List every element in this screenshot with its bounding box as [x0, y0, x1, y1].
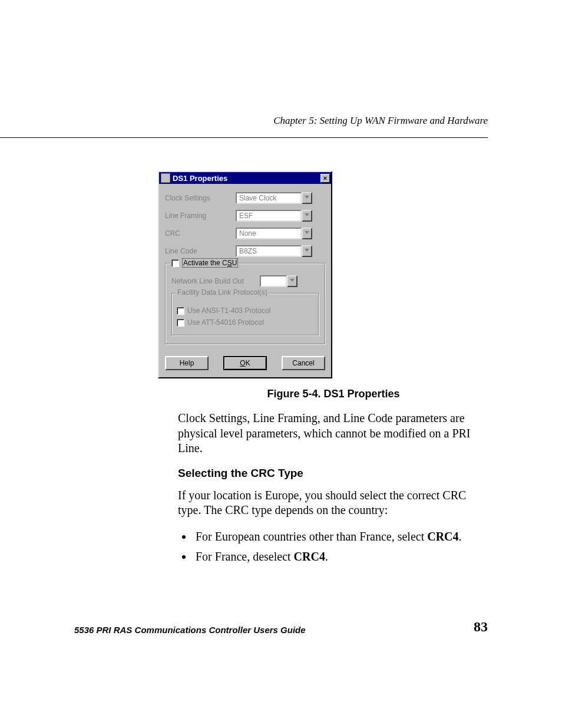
bullet-list: For European countries other than France…	[193, 529, 489, 565]
line-framing-value: ESF	[236, 210, 302, 222]
close-icon[interactable]: ×	[320, 174, 330, 183]
clock-settings-label: Clock Settings	[165, 194, 236, 202]
footer-guide: 5536 PRI RAS Communications Controller U…	[74, 625, 306, 635]
ansi-label: Use ANSI-T1-403 Protocol	[187, 307, 270, 315]
paragraph: Clock Settings, Line Framing, and Line C…	[178, 411, 489, 456]
list-item: For France, deselect CRC4.	[193, 549, 489, 564]
csu-group: Activate the CSU Network Line Build Out …	[165, 263, 325, 344]
app-icon	[161, 173, 170, 183]
line-framing-label: Line Framing	[165, 212, 236, 220]
checkbox-icon[interactable]	[171, 259, 179, 267]
cancel-button[interactable]: Cancel	[282, 356, 325, 370]
paragraph: If your location is Europe, you should s…	[178, 488, 489, 518]
clock-settings-value: Slave Clock	[236, 192, 302, 204]
nlbo-value	[260, 275, 287, 287]
chevron-down-icon[interactable]	[302, 245, 312, 257]
crc-label: CRC	[165, 229, 236, 238]
clock-settings-combo[interactable]: Slave Clock	[236, 192, 312, 204]
chevron-down-icon[interactable]	[302, 192, 312, 204]
help-button[interactable]: Help	[165, 356, 209, 370]
activate-csu-checkbox[interactable]: Activate the CSU	[170, 258, 239, 268]
ds1-properties-window: DS1 Properties × Clock Settings Slave Cl…	[158, 171, 332, 378]
page-number: 83	[474, 619, 488, 635]
line-code-combo[interactable]: B8ZS	[236, 245, 312, 257]
fdlp-legend: Facility Data Link Protocol(s)	[176, 288, 269, 297]
crc-value: None	[236, 228, 302, 239]
chevron-down-icon[interactable]	[287, 275, 297, 287]
line-code-value: B8ZS	[236, 245, 302, 257]
list-item: For European countries other than France…	[193, 529, 489, 544]
list-text: .	[325, 550, 328, 563]
figure-caption: Figure 5-4. DS1 Properties	[178, 388, 489, 400]
list-text: For European countries other than France…	[196, 530, 427, 543]
list-text: .	[459, 530, 462, 543]
section-heading: Selecting the CRC Type	[178, 467, 489, 480]
titlebar: DS1 Properties ×	[159, 172, 331, 184]
dialog-screenshot: DS1 Properties × Clock Settings Slave Cl…	[158, 171, 330, 378]
ansi-checkbox[interactable]: Use ANSI-T1-403 Protocol	[177, 307, 313, 315]
list-text: For France, deselect	[196, 550, 294, 563]
chevron-down-icon[interactable]	[302, 228, 312, 239]
att-label: Use ATT-54016 Protocol	[187, 318, 264, 327]
nlbo-label: Network Line Build Out	[171, 277, 260, 285]
header-rule	[0, 137, 488, 138]
fdlp-group: Facility Data Link Protocol(s) Use ANSI-…	[171, 293, 319, 335]
list-bold: CRC4	[294, 550, 325, 563]
chapter-header: Chapter 5: Setting Up WAN Firmware and H…	[0, 115, 488, 130]
nlbo-combo[interactable]	[260, 275, 297, 287]
window-title: DS1 Properties	[173, 174, 320, 183]
chevron-down-icon[interactable]	[302, 210, 312, 222]
list-bold: CRC4	[427, 530, 458, 543]
ok-button[interactable]: OK	[223, 356, 267, 370]
att-checkbox[interactable]: Use ATT-54016 Protocol	[177, 318, 313, 327]
checkbox-icon[interactable]	[177, 307, 184, 315]
checkbox-icon[interactable]	[177, 319, 184, 327]
line-code-label: Line Code	[165, 247, 236, 255]
line-framing-combo[interactable]: ESF	[236, 210, 312, 222]
crc-combo[interactable]: None	[236, 228, 312, 239]
